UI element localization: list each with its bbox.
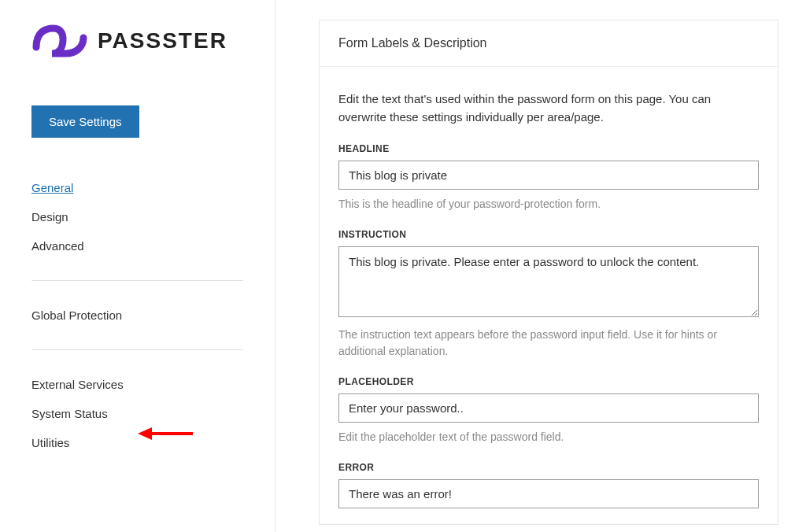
svg-marker-1 bbox=[138, 427, 152, 440]
placeholder-input[interactable] bbox=[338, 393, 759, 423]
nav-group-1: General Design Advanced bbox=[31, 173, 243, 280]
logo-icon bbox=[31, 24, 88, 58]
error-input[interactable] bbox=[338, 479, 759, 508]
sidebar-item-global-protection[interactable]: Global Protection bbox=[31, 301, 243, 330]
brand-logo: PASSSTER bbox=[31, 24, 243, 58]
save-settings-button[interactable]: Save Settings bbox=[31, 105, 139, 138]
panel-body: Edit the text that's used within the pas… bbox=[320, 67, 778, 524]
instruction-help: The instruction text appears before the … bbox=[338, 327, 759, 359]
placeholder-help: Edit the placeholder text of the passwor… bbox=[338, 429, 759, 445]
sidebar-item-design[interactable]: Design bbox=[31, 202, 243, 231]
headline-label: HEADLINE bbox=[338, 143, 759, 154]
sidebar-item-general[interactable]: General bbox=[31, 173, 243, 202]
instruction-label: INSTRUCTION bbox=[338, 229, 759, 240]
headline-input[interactable] bbox=[338, 161, 759, 190]
panel-title: Form Labels & Description bbox=[320, 20, 778, 67]
placeholder-label: PLACEHOLDER bbox=[338, 376, 759, 387]
sidebar-item-external-services[interactable]: External Services bbox=[31, 370, 243, 399]
main-content: Form Labels & Description Edit the text … bbox=[275, 0, 806, 532]
panel-intro: Edit the text that's used within the pas… bbox=[338, 91, 759, 126]
annotation-arrow-icon bbox=[138, 425, 193, 445]
instruction-textarea[interactable] bbox=[338, 246, 759, 317]
sidebar-item-advanced[interactable]: Advanced bbox=[31, 231, 243, 260]
nav-group-3: External Services System Status Utilitie… bbox=[31, 349, 243, 477]
panel-form-labels: Form Labels & Description Edit the text … bbox=[319, 20, 778, 525]
sidebar-item-system-status[interactable]: System Status bbox=[31, 399, 243, 428]
headline-help: This is the headline of your password-pr… bbox=[338, 196, 759, 212]
brand-name: PASSSTER bbox=[98, 28, 227, 54]
error-label: ERROR bbox=[338, 462, 759, 473]
sidebar: PASSSTER Save Settings General Design Ad… bbox=[0, 0, 275, 532]
nav-group-2: Global Protection bbox=[31, 280, 243, 349]
